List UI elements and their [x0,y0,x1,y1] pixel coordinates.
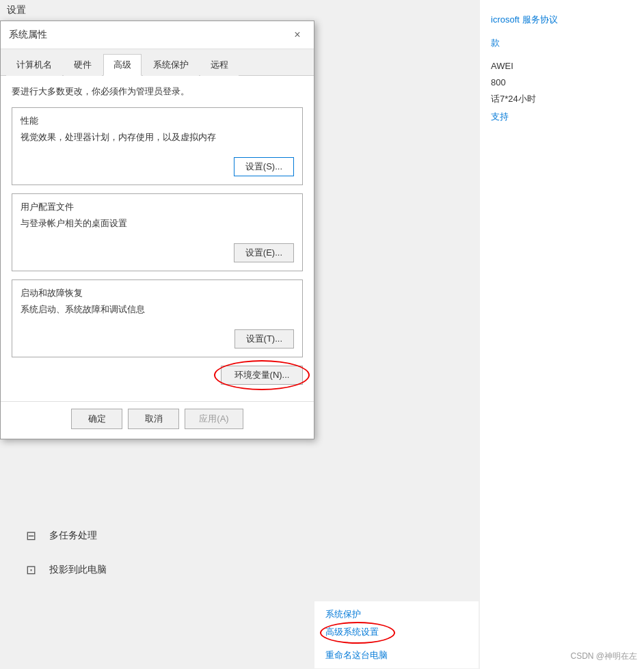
right-panel-hours: 话7*24小时 [491,93,633,105]
brand-text: AWEI [491,61,513,71]
projection-label: 投影到此电脑 [49,564,107,576]
sidebar-items: ⊟ 多任务处理 ⊡ 投影到此电脑 [0,519,314,601]
startup-recovery-btn-row: 设置(T)... [21,329,294,349]
hours-text: 话7*24小时 [491,94,536,104]
user-profiles-label: 用户配置文件 [21,201,294,213]
number-text: 800 [491,77,506,87]
environment-variables-button[interactable]: 环境变量(N)... [221,366,303,385]
sidebar-item-multitasking[interactable]: ⊟ 多任务处理 [21,525,301,546]
multitasking-icon: ⊟ [21,525,41,546]
advanced-system-settings-link[interactable]: 高级系统设置 [325,626,379,638]
user-profiles-settings-button[interactable]: 设置(E)... [234,243,294,262]
right-panel-terms: 款 [491,37,633,49]
startup-recovery-description: 系统启动、系统故障和调试信息 [21,303,294,316]
performance-settings-button[interactable]: 设置(S)... [234,157,294,176]
dialog-footer: 确定 取消 应用(A) [1,401,314,439]
env-btn-wrapper: 环境变量(N)... [221,366,303,385]
right-panel-number: 800 [491,77,633,87]
startup-recovery-section: 启动和故障恢复 系统启动、系统故障和调试信息 设置(T)... [12,279,303,357]
performance-label: 性能 [21,115,294,127]
dialog-tabs: 计算机名 硬件 高级 系统保护 远程 [1,49,314,76]
user-profiles-btn-row: 设置(E)... [21,243,294,262]
env-btn-row: 环境变量(N)... [12,366,303,385]
tab-system-protection[interactable]: 系统保护 [143,54,199,76]
rename-computer-link[interactable]: 重命名这台电脑 [325,650,388,660]
tab-computer-name[interactable]: 计算机名 [6,54,62,76]
performance-description: 视觉效果，处理器计划，内存使用，以及虚拟内存 [21,131,294,144]
projection-icon: ⊡ [21,560,41,580]
dialog-title-bar: 系统属性 × [1,21,314,49]
title-bar-text: 设置 [7,4,26,16]
admin-notice: 要进行大多数更改，你必须作为管理员登录。 [12,85,303,98]
user-profiles-section: 用户配置文件 与登录帐户相关的桌面设置 设置(E)... [12,193,303,271]
csdn-watermark: CSDN @神明在左 [570,651,637,662]
close-button[interactable]: × [289,27,306,43]
performance-btn-row: 设置(S)... [21,157,294,176]
tab-remote[interactable]: 远程 [200,54,239,76]
csdn-text: CSDN @神明在左 [570,651,637,661]
right-panel-support: 支持 [491,111,633,123]
startup-recovery-settings-button[interactable]: 设置(T)... [234,329,294,349]
tab-advanced[interactable]: 高级 [103,54,142,76]
support-link[interactable]: 支持 [491,111,509,122]
dialog-title: 系统属性 [9,29,47,41]
system-links-area: 系统保护 高级系统设置 重命名这台电脑 [314,601,479,668]
advanced-system-settings-wrapper: 高级系统设置 [325,626,379,644]
terms-link[interactable]: 款 [491,38,500,48]
multitasking-label: 多任务处理 [49,530,97,542]
microsoft-service-link[interactable]: icrosoft 服务协议 [491,14,558,25]
apply-button[interactable]: 应用(A) [185,409,243,429]
right-panel-service: icrosoft 服务协议 [491,14,633,26]
ok-button[interactable]: 确定 [71,409,122,429]
user-profiles-description: 与登录帐户相关的桌面设置 [21,217,294,230]
right-panel-brand: AWEI [491,60,633,71]
cancel-button[interactable]: 取消 [128,409,179,429]
right-panel: icrosoft 服务协议 款 AWEI 800 话7*24小时 支持 [480,0,644,669]
startup-recovery-label: 启动和故障恢复 [21,287,294,299]
performance-section: 性能 视觉效果，处理器计划，内存使用，以及虚拟内存 设置(S)... [12,107,303,185]
sidebar-item-projection[interactable]: ⊡ 投影到此电脑 [21,560,301,580]
dialog-content: 要进行大多数更改，你必须作为管理员登录。 性能 视觉效果，处理器计划，内存使用，… [1,76,314,401]
title-bar: 设置 [0,0,314,21]
system-protection-link[interactable]: 系统保护 [325,608,468,620]
system-properties-dialog: 系统属性 × 计算机名 硬件 高级 系统保护 远程 要进行大多数更改，你必须作为… [0,21,314,439]
tab-hardware[interactable]: 硬件 [64,54,102,76]
